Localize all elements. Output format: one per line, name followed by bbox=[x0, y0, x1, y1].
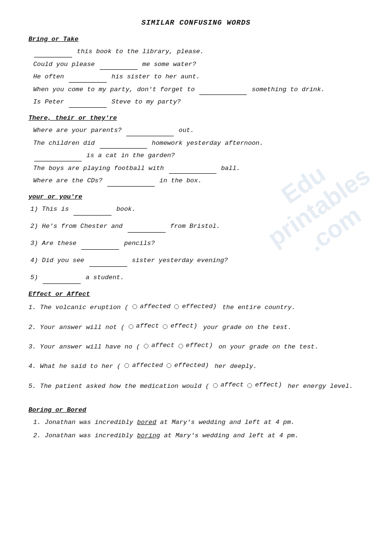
item-text: Where are the CDs? bbox=[33, 177, 106, 184]
effect-item-4: 4. What he said to her ( affected effect… bbox=[28, 360, 364, 372]
item-text: me some water? bbox=[142, 61, 196, 68]
radio-group: affect bbox=[129, 321, 159, 332]
item-suffix: her energy level. bbox=[284, 381, 353, 392]
item-text: Could you please bbox=[33, 61, 99, 68]
list-item: Where are your parents? out. bbox=[33, 125, 364, 136]
item-text: from Bristol. bbox=[170, 223, 220, 230]
radio-group: effect) bbox=[247, 380, 282, 391]
radio-circle[interactable] bbox=[132, 304, 137, 309]
blank bbox=[81, 238, 119, 250]
effect-item-5: 5. The patient asked how the medication … bbox=[28, 380, 364, 392]
option-label: affect bbox=[151, 340, 175, 351]
list-item: 3) Are these pencils? bbox=[30, 238, 364, 250]
list-item: When you come to my party, don't forget … bbox=[33, 85, 364, 95]
option-label: effect) bbox=[255, 380, 282, 391]
section-bring-or-take: Bring or Take this book to the library, … bbox=[28, 36, 364, 108]
blank bbox=[100, 59, 138, 70]
radio-circle[interactable] bbox=[163, 324, 168, 329]
item-text: When you come to my party, don't forget … bbox=[33, 86, 198, 93]
item-text: is a cat in the garden? bbox=[86, 152, 175, 159]
blank bbox=[128, 221, 166, 233]
list-item: He often his sister to her aunt. bbox=[33, 72, 364, 83]
item-text: out. bbox=[179, 127, 194, 134]
option-label: affected bbox=[140, 301, 171, 312]
radio-circle[interactable] bbox=[178, 344, 183, 348]
effect-item-3: 3. Your answer will have no ( affect eff… bbox=[28, 340, 364, 352]
radio-group: effected) bbox=[174, 301, 216, 312]
item-text: 5) bbox=[30, 274, 42, 281]
item-text: 1. Jonathan was incredibly bored at Mary… bbox=[33, 419, 295, 426]
option-label: effected) bbox=[174, 360, 209, 371]
blank bbox=[100, 138, 147, 149]
item-text: The boys are playing football with bbox=[33, 165, 168, 172]
blank bbox=[69, 97, 107, 108]
item-text: homework yesterday afternoon. bbox=[152, 140, 263, 147]
list-item: Could you please me some water? bbox=[33, 59, 364, 70]
radio-circle[interactable] bbox=[174, 304, 179, 309]
item-text: Steve to my party? bbox=[112, 98, 181, 105]
section-title-your: your or you're bbox=[28, 193, 364, 200]
blank bbox=[169, 163, 216, 174]
item-text: in the box. bbox=[159, 177, 202, 184]
item-text: Where are your parents? bbox=[33, 127, 125, 134]
radio-circle[interactable] bbox=[213, 383, 218, 388]
item-text: Is Peter bbox=[33, 98, 68, 105]
item-text: The children did bbox=[33, 140, 99, 147]
radio-circle[interactable] bbox=[144, 344, 149, 348]
item-suffix: her deeply. bbox=[211, 361, 257, 372]
item-text: He often bbox=[33, 73, 68, 80]
item-text: a student. bbox=[85, 274, 124, 281]
page-title: SIMILAR CONFUSING WORDS bbox=[28, 19, 364, 27]
item-num: 2. Your answer will not ( bbox=[28, 322, 125, 333]
list-item: Is Peter Steve to my party? bbox=[33, 97, 364, 108]
list-item: this book to the library, please. bbox=[33, 47, 364, 57]
list-item: 1) This is book. bbox=[30, 204, 364, 216]
option-label: effected) bbox=[182, 301, 216, 312]
list-item: 1. Jonathan was incredibly bored at Mary… bbox=[33, 417, 364, 428]
item-text: pencils? bbox=[124, 240, 155, 247]
option-label: affect bbox=[136, 321, 159, 332]
item-text: 4) Did you see bbox=[30, 257, 88, 264]
option-label: affect bbox=[221, 380, 244, 391]
list-item: 2) He's from Chester and from Bristol. bbox=[30, 221, 364, 233]
boring-bored-list: 1. Jonathan was incredibly bored at Mary… bbox=[33, 417, 364, 442]
radio-circle[interactable] bbox=[247, 383, 252, 388]
section-boring-bored: Boring or Bored 1. Jonathan was incredib… bbox=[28, 406, 364, 442]
radio-circle[interactable] bbox=[129, 324, 133, 329]
radio-circle[interactable] bbox=[124, 363, 129, 368]
blank bbox=[89, 255, 127, 267]
radio-group: affect bbox=[213, 380, 244, 391]
option-label: effect) bbox=[186, 340, 213, 351]
section-title-bring: Bring or Take bbox=[28, 36, 364, 43]
item-text: 2) He's from Chester and bbox=[30, 223, 127, 230]
item-text: 2. Jonathan was incredibly boring at Mar… bbox=[33, 432, 299, 439]
blank bbox=[34, 47, 72, 57]
effect-item-1: 1. The volcanic eruption ( affected effe… bbox=[28, 301, 364, 313]
option-label: effect) bbox=[170, 321, 197, 332]
item-num: 1. The volcanic eruption ( bbox=[28, 302, 129, 313]
effect-item-2: 2. Your answer will not ( affect effect)… bbox=[28, 321, 364, 333]
blank bbox=[126, 125, 174, 136]
blank bbox=[43, 273, 81, 284]
list-item: 5) a student. bbox=[30, 273, 364, 284]
section-there-their: There, their or they're Where are your p… bbox=[28, 114, 364, 187]
item-suffix: your grade on the test. bbox=[199, 322, 291, 333]
section-effect-affect: Effect or Affect 1. The volcanic eruptio… bbox=[28, 291, 364, 392]
blank bbox=[199, 85, 247, 95]
item-suffix: on your grade on the test. bbox=[215, 342, 318, 353]
item-num: 4. What he said to her ( bbox=[28, 361, 121, 372]
item-text: his sister to her aunt. bbox=[112, 73, 200, 80]
bring-take-list: this book to the library, please. Could … bbox=[33, 47, 364, 108]
blank bbox=[107, 176, 155, 187]
there-their-list: Where are your parents? out. The childre… bbox=[33, 125, 364, 187]
radio-group: affected bbox=[132, 301, 171, 312]
item-text: sister yesterday evening? bbox=[132, 257, 228, 264]
item-text: 3) Are these bbox=[30, 240, 80, 247]
blank bbox=[69, 72, 107, 83]
radio-circle[interactable] bbox=[167, 363, 171, 368]
option-label: affected bbox=[132, 360, 163, 371]
item-text: something to drink. bbox=[252, 86, 325, 93]
list-item: Where are the CDs? in the box. bbox=[33, 176, 364, 187]
radio-group: effected) bbox=[167, 360, 209, 371]
item-num: 5. The patient asked how the medication … bbox=[28, 381, 209, 392]
